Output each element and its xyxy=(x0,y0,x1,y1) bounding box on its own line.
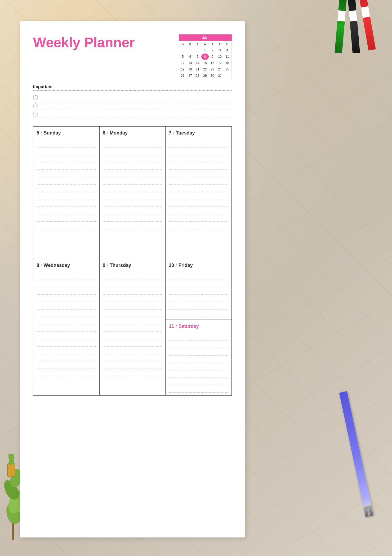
thursday-number: 9 xyxy=(103,263,105,268)
thursday-header: 9 / Thursday xyxy=(103,263,162,268)
sunday-header: 5 / Sunday xyxy=(37,130,96,136)
todo-text-1[interactable] xyxy=(41,96,232,99)
marker-black xyxy=(348,0,360,53)
day-cell-saturday: 11 / Saturday xyxy=(166,320,231,395)
day-cell-thursday: 9 / Thursday xyxy=(100,259,166,396)
markers-decoration xyxy=(307,0,392,53)
cal-week-1: 1 2 3 4 xyxy=(179,47,231,53)
wednesday-name: Wednesday xyxy=(43,263,70,268)
tuesday-header: 7 / Tuesday xyxy=(169,130,228,136)
cal-week-2: 5 6 7 8 9 10 11 xyxy=(179,53,231,60)
friday-lines[interactable] xyxy=(169,272,228,317)
top-day-grid: 5 / Sunday 6 / xyxy=(33,126,232,259)
sunday-name: Sunday xyxy=(43,130,61,136)
calendar-month-header: Jan xyxy=(179,34,232,41)
todo-checkbox-2[interactable] xyxy=(33,104,38,108)
tuesday-lines[interactable] xyxy=(169,140,228,229)
day-cell-monday: 6 / Monday xyxy=(100,127,166,259)
cal-day-t1: T xyxy=(194,41,201,47)
cal-day-s2: S xyxy=(224,41,231,47)
mini-calendar: Jan S M T W T F S 1 2 3 xyxy=(179,34,232,79)
sunday-number: 5 xyxy=(37,130,39,136)
cal-week-3: 12 13 14 15 16 17 18 xyxy=(179,60,231,66)
todo-text-3[interactable] xyxy=(41,113,232,116)
day-cell-friday: 10 / Friday xyxy=(166,259,231,320)
cal-week-5: 26 27 28 29 30 31 xyxy=(179,73,231,79)
friday-header: 10 / Friday xyxy=(169,263,228,268)
sunday-lines[interactable] xyxy=(37,140,96,229)
day-cell-tuesday: 7 / Tuesday xyxy=(166,127,232,259)
tuesday-name: Tuesday xyxy=(176,130,195,136)
saturday-name: Saturday xyxy=(179,324,199,329)
cal-day-f: F xyxy=(216,41,224,47)
friday-saturday-column: 10 / Friday 11 / Saturday xyxy=(166,259,232,396)
friday-number: 10 xyxy=(169,263,174,268)
thursday-lines[interactable] xyxy=(103,272,162,376)
cal-week-4: 19 20 21 22 23 24 25 xyxy=(179,66,231,73)
saturday-number: 11 xyxy=(169,324,174,329)
day-cell-wednesday: 8 / Wednesday xyxy=(33,259,100,396)
cal-day-w: W xyxy=(201,41,209,47)
important-section: Important xyxy=(33,84,232,118)
planner-card: Weekly Planner Jan S M T W T F S xyxy=(20,21,245,537)
marker-green xyxy=(334,0,347,53)
monday-number: 6 xyxy=(103,130,105,136)
todo-item-1[interactable] xyxy=(33,94,232,102)
day-cell-sunday: 5 / Sunday xyxy=(33,127,100,259)
saturday-header: 11 / Saturday xyxy=(169,324,228,329)
todo-item-2[interactable] xyxy=(33,102,232,110)
calendar-grid: S M T W T F S 1 2 3 4 xyxy=(179,41,232,79)
monday-name: Monday xyxy=(110,130,128,136)
page-title: Weekly Planner xyxy=(33,34,135,50)
todo-item-3[interactable] xyxy=(33,110,232,118)
cal-day-s1: S xyxy=(179,41,186,47)
todo-text-2[interactable] xyxy=(41,104,232,107)
wednesday-lines[interactable] xyxy=(37,272,96,376)
wednesday-number: 8 xyxy=(37,263,39,268)
marker-red xyxy=(358,0,376,51)
monday-header: 6 / Monday xyxy=(103,130,162,136)
bottom-day-grid: 8 / Wednesday xyxy=(33,259,232,396)
todo-checkbox-3[interactable] xyxy=(33,112,38,116)
cal-day-m: M xyxy=(186,41,194,47)
cal-day-t2: T xyxy=(209,41,216,47)
todo-checkbox-1[interactable] xyxy=(33,95,38,100)
monday-lines[interactable] xyxy=(103,140,162,229)
wednesday-header: 8 / Wednesday xyxy=(37,263,96,268)
thursday-name: Thursday xyxy=(110,263,131,268)
important-label: Important xyxy=(33,84,232,91)
calendar-header-row: S M T W T F S xyxy=(179,41,231,47)
tuesday-number: 7 xyxy=(169,130,171,136)
friday-name: Friday xyxy=(179,263,193,268)
header-row: Weekly Planner Jan S M T W T F S xyxy=(33,34,232,79)
saturday-lines[interactable] xyxy=(169,333,228,393)
